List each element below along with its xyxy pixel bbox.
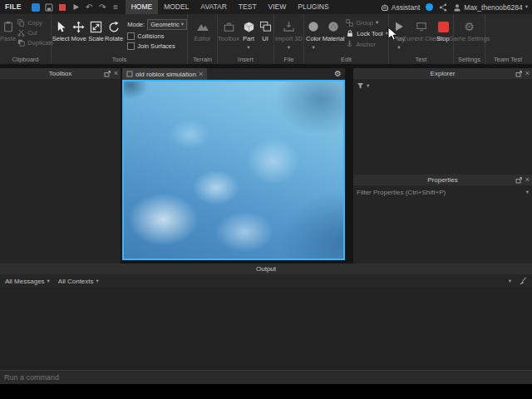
tab-test[interactable]: TEST [233,0,263,14]
account-caret-icon: ▾ [525,4,528,10]
notification-icon[interactable] [426,3,433,11]
current-client-icon [416,19,427,34]
properties-panel: Properties × Filter Properties (Ctrl+Shi… [353,175,532,264]
group-icon [346,19,353,27]
output-log-area[interactable] [0,288,532,367]
color-button[interactable]: Color ▾ [304,14,323,50]
rotate-label: Rotate [105,36,123,43]
ribbon-section-team-test: Team Test [485,14,532,64]
file-menu[interactable]: FILE [0,0,27,14]
collisions-checkbox[interactable]: Collisions [127,32,187,40]
color-label: Color [306,36,321,43]
paste-icon [2,19,14,34]
terrain-editor-label: Editor [195,36,211,43]
toolbox-panel-header: Toolbox × [0,68,121,79]
clear-output-icon[interactable] [518,277,527,286]
redo-icon[interactable]: ↷ [98,2,107,12]
viewport-settings-gear-icon[interactable]: ⚙ [334,70,342,78]
float-panel-icon[interactable] [104,71,111,77]
output-options-caret-icon[interactable]: ▾ [509,278,511,284]
move-tool-button[interactable]: Move [70,14,87,43]
file-section-label: File [274,56,303,63]
record-stop-icon[interactable] [58,2,67,12]
play-icon[interactable] [71,2,81,12]
float-panel-icon[interactable] [515,71,522,77]
toolbox-button[interactable]: Toolbox [218,14,239,43]
ribbon-section-clipboard: Paste Copy Cut Duplicate Clipboard [0,14,52,64]
scale-tool-button[interactable]: Scale [87,14,105,43]
avatar-icon [453,3,461,12]
share-icon[interactable] [439,3,447,12]
viewport-tab[interactable]: old roblox simulation × [122,68,207,80]
command-bar [0,370,532,384]
account-menu[interactable]: Max_thenoob6284 ▾ [453,3,528,12]
ribbon-section-tools: Select Move Scale Rotate Mode: Geometri [52,14,188,64]
collisions-label: Collisions [137,32,164,40]
stop-square-icon [438,22,449,32]
tab-avatar[interactable]: AVATAR [195,0,233,14]
group-button[interactable]: Group ▾ [346,19,388,27]
viewport-canvas[interactable] [122,80,345,260]
material-button[interactable]: Material [323,14,344,43]
lock-tool-button[interactable]: Lock Tool ▾ [346,29,388,37]
lock-tool-caret-icon: ▾ [386,31,388,37]
import-3d-caret-icon: ▾ [288,45,290,51]
explorer-panel-title: Explorer [353,70,532,77]
rotate-tool-button[interactable]: Rotate [105,14,123,43]
all-contexts-dropdown[interactable]: All Contexts ▾ [58,278,99,285]
output-panel: Output All Messages ▾ All Contexts ▾ ▾ [0,264,532,370]
document-tab-bar: old roblox simulation × ⚙ [122,68,345,80]
tab-plugins[interactable]: PLUGINS [292,0,334,14]
duplicate-button[interactable]: Duplicate [17,39,53,47]
game-settings-button[interactable]: ⚙ Game Settings [455,14,485,43]
part-button[interactable]: Part ▾ [239,14,258,50]
group-label: Group [356,19,373,27]
save-icon[interactable] [45,2,54,12]
username-label: Max_thenoob6284 [464,3,522,12]
play-button[interactable]: Play ▾ [389,14,409,50]
all-messages-dropdown[interactable]: All Messages ▾ [5,278,50,285]
mode-dropdown[interactable]: Mode: Geometric ▾ [127,19,187,30]
properties-panel-header: Properties × [353,175,532,185]
terrain-editor-button[interactable]: Editor [190,14,215,43]
close-tab-icon[interactable]: × [199,71,203,78]
test-section-label: Test [389,56,453,63]
import-3d-button[interactable]: Import 3D ▾ [275,14,303,50]
undo-icon[interactable]: ↶ [85,2,94,12]
properties-filter-input[interactable]: Filter Properties (Ctrl+Shift+P) ▾ [353,185,532,200]
tab-home[interactable]: HOME [126,0,159,14]
assistant-button[interactable]: Assistant [381,3,421,12]
join-surfaces-checkbox[interactable]: Join Surfaces [127,42,187,50]
ribbon: Paste Copy Cut Duplicate Clipboard Selec… [0,14,532,64]
lock-tool-label: Lock Tool [357,30,383,37]
part-label: Part [243,36,254,43]
app-logo-icon[interactable] [32,2,41,12]
close-panel-icon[interactable]: × [525,70,530,77]
copy-label: Copy [27,19,42,27]
anchor-label: Anchor [356,41,376,48]
copy-button[interactable]: Copy [17,19,53,27]
command-input[interactable] [0,373,532,382]
customize-toolbar-icon[interactable]: ≡ [111,2,121,12]
float-panel-icon[interactable] [515,177,522,184]
tab-model[interactable]: MODEL [158,0,195,14]
insert-section-label: Insert [218,56,273,63]
close-panel-icon[interactable]: × [114,70,118,77]
explorer-filter[interactable]: ▾ [353,79,532,93]
select-tool-button[interactable]: Select [52,14,70,43]
paste-button[interactable]: Paste [0,14,16,43]
ui-button[interactable]: UI [258,14,273,43]
terrain-editor-icon [196,19,209,34]
anchor-icon [346,40,353,48]
tools-section-label: Tools [52,56,187,63]
close-panel-icon[interactable]: × [525,176,530,184]
tab-view[interactable]: VIEW [263,0,293,14]
copy-icon [17,19,25,27]
ribbon-tab-bar: HOME MODEL AVATAR TEST VIEW PLUGINS [126,0,335,14]
ribbon-section-terrain: Editor Terrain [188,14,218,64]
current-client-button[interactable]: Current Client [409,14,434,43]
all-messages-caret-icon: ▾ [47,278,50,284]
cut-button[interactable]: Cut [17,29,53,37]
color-circle-icon [308,19,319,34]
anchor-button[interactable]: Anchor [346,40,388,48]
